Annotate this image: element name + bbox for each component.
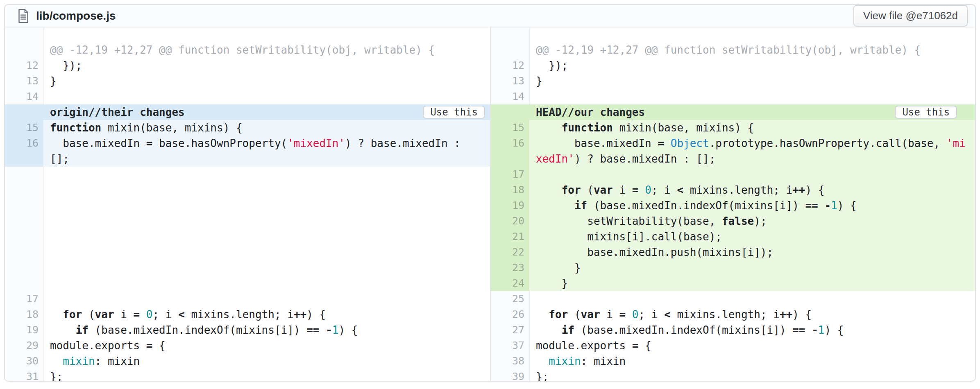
code-line [44,89,490,104]
line-number: 31 [5,369,44,381]
code-line: function mixin(base, mixins) { [530,120,975,136]
diff-row: 14 [5,89,490,104]
code-line: mixin: mixin [530,353,975,369]
code-line: []; [44,151,490,167]
code-line: if (base.mixedIn.indexOf(mixins[i]) == -… [530,322,975,338]
diff-row: 13} [491,73,975,89]
conflict-label: origin//their changes [50,106,185,118]
empty-code-area [44,27,490,42]
line-number: 17 [5,291,44,307]
line-number [491,151,530,167]
file-name: lib/compose.js [36,9,116,23]
code-line: for (var i = 0; i < mixins.length; i++) … [44,307,490,322]
pane-top-padding [491,27,975,42]
pane-ours[interactable]: @@ -12,19 +12,27 @@ function setWritabil… [490,27,975,381]
diff-row: 38 mixin: mixin [491,353,975,369]
diff-row: 14 [491,89,975,104]
code-line: } [44,73,490,89]
conflict-header-ours: HEAD//our changesUse this [491,104,975,120]
code-line: for (var i = 0; i < mixins.length; i++) … [530,182,975,198]
hunk-header-row: @@ -12,19 +12,27 @@ function setWritabil… [491,42,975,58]
code-line: if (base.mixedIn.indexOf(mixins[i]) == -… [530,198,975,213]
line-number: 13 [5,73,44,89]
use-this-button[interactable]: Use this [423,106,485,119]
line-number: 16 [491,136,530,151]
code-line: setWritability(base, false); [530,213,975,229]
diff-row: []; [5,151,490,167]
hunk-header-text: @@ -12,19 +12,27 @@ function setWritabil… [530,42,975,58]
diff-row: 16 base.mixedIn = base.hasOwnProperty('m… [5,136,490,151]
code-line [530,291,975,307]
line-number [5,151,44,167]
diff-row: xedIn') ? base.mixedIn : []; [491,151,975,167]
diff-row: 29module.exports = { [5,338,490,353]
code-line: base.mixedIn.push(mixins[i]); [530,244,975,260]
line-number: 23 [491,260,530,276]
pane-top-padding [5,27,490,42]
line-number: 29 [5,338,44,353]
use-this-button[interactable]: Use this [895,106,957,119]
pane-theirs[interactable]: @@ -12,19 +12,27 @@ function setWritabil… [5,27,490,381]
hunk-header-text: @@ -12,19 +12,27 @@ function setWritabil… [44,42,490,58]
code-line [44,291,490,307]
line-number: 21 [491,229,530,244]
code-line: for (var i = 0; i < mixins.length; i++) … [530,307,975,322]
line-number: 18 [5,307,44,322]
empty-code-area [44,167,490,291]
diff-row: 25 [491,291,975,307]
diff-row: 23 } [491,260,975,276]
code-line: } [530,260,975,276]
diff-row: 24 } [491,276,975,291]
code-line: } [530,276,975,291]
code-line: }); [530,58,975,73]
line-number: 13 [491,73,530,89]
line-number: 24 [491,276,530,291]
split-diff: @@ -12,19 +12,27 @@ function setWritabil… [5,27,975,381]
code-line: mixins[i].call(base); [530,229,975,244]
line-number: 16 [5,136,44,151]
diff-row: 16 base.mixedIn = Object.prototype.hasOw… [491,136,975,151]
code-line: xedIn') ? base.mixedIn : []; [530,151,975,167]
line-number: 39 [491,369,530,381]
code-line: function mixin(base, mixins) { [44,120,490,136]
diff-row: 31}; [5,369,490,381]
line-number: 14 [491,89,530,104]
line-number [491,42,530,58]
diff-row: 21 mixins[i].call(base); [491,229,975,244]
line-number: 19 [491,198,530,213]
code-line: if (base.mixedIn.indexOf(mixins[i]) == -… [44,322,490,338]
diff-row: 27 if (base.mixedIn.indexOf(mixins[i]) =… [491,322,975,338]
line-number: 22 [491,244,530,260]
code-line: module.exports = { [530,338,975,353]
line-number: 30 [5,353,44,369]
code-line: base.mixedIn = base.hasOwnProperty('mixe… [44,136,490,151]
line-number: 25 [491,291,530,307]
line-number: 17 [491,167,530,182]
conflict-header-theirs: origin//their changesUse this [5,104,490,120]
diff-row: 15 function mixin(base, mixins) { [491,120,975,136]
diff-row: 26 for (var i = 0; i < mixins.length; i+… [491,307,975,322]
line-number: 27 [491,322,530,338]
file-header: lib/compose.js View file @e71062d [5,5,975,27]
diff-row: 17 [5,291,490,307]
diff-row: 17 [491,167,975,182]
empty-code-area [530,27,975,42]
code-line: module.exports = { [44,338,490,353]
code-line: mixin: mixin [44,353,490,369]
file-icon [17,9,29,23]
gutter [491,27,530,42]
hunk-header-row: @@ -12,19 +12,27 @@ function setWritabil… [5,42,490,58]
view-file-button[interactable]: View file @e71062d [853,5,968,27]
diff-row: 19 if (base.mixedIn.indexOf(mixins[i]) =… [5,322,490,338]
code-line [530,167,975,182]
diff-row: 37module.exports = { [491,338,975,353]
line-number: 14 [5,89,44,104]
gutter [5,27,44,42]
code-line: }; [530,369,975,381]
line-number [5,42,44,58]
diff-row: 18 for (var i = 0; i < mixins.length; i+… [5,307,490,322]
diff-row: 19 if (base.mixedIn.indexOf(mixins[i]) =… [491,198,975,213]
diff-row: 20 setWritability(base, false); [491,213,975,229]
code-line: }; [44,369,490,381]
diff-row: 12 }); [5,58,490,73]
